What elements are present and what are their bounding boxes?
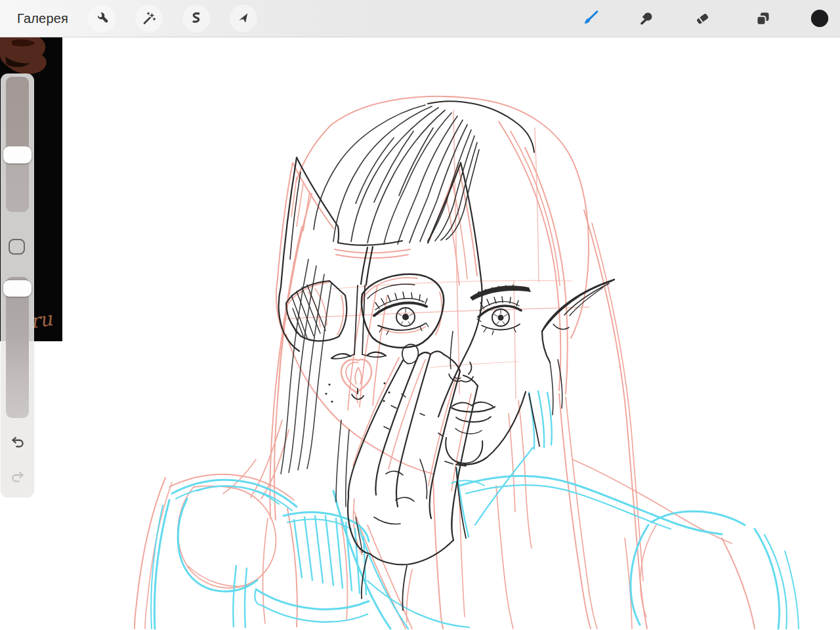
redo-icon <box>9 469 26 486</box>
paintbrush-icon <box>581 9 600 28</box>
eraser-icon <box>694 10 711 28</box>
magic-wand-icon <box>141 10 157 26</box>
wrench-icon <box>94 10 110 26</box>
opacity-handle[interactable] <box>3 280 32 297</box>
modify-button[interactable] <box>9 239 25 255</box>
color-swatch-button[interactable] <box>806 5 833 32</box>
layers-button[interactable] <box>749 5 776 32</box>
actions-button[interactable] <box>88 5 116 32</box>
brush-size-slider[interactable] <box>6 77 29 212</box>
cyan-construction-lines <box>151 391 799 629</box>
redo-button[interactable] <box>7 467 28 488</box>
selection-s-icon <box>188 10 204 26</box>
procreate-window: ru Галерея <box>0 0 840 630</box>
undo-button[interactable] <box>7 432 28 453</box>
top-toolbar: Галерея <box>0 0 840 37</box>
artwork-sketch <box>0 37 840 630</box>
drawing-canvas[interactable] <box>0 37 840 630</box>
smudge-tool-button[interactable] <box>633 5 660 32</box>
adjustments-button[interactable] <box>135 5 163 32</box>
undo-icon <box>9 434 26 451</box>
gallery-button[interactable]: Галерея <box>17 0 68 37</box>
layers-icon <box>754 10 772 28</box>
smudge-finger-icon <box>638 10 656 28</box>
ink-lines <box>279 101 614 610</box>
selection-button[interactable] <box>182 5 210 32</box>
erase-tool-button[interactable] <box>688 5 716 32</box>
brush-sidebar <box>1 74 34 497</box>
color-swatch-circle <box>810 9 830 28</box>
opacity-slider[interactable] <box>6 277 29 418</box>
transform-arrow-icon <box>236 10 251 26</box>
paint-tool-button[interactable] <box>577 5 604 32</box>
brush-size-handle[interactable] <box>3 146 32 163</box>
transform-button[interactable] <box>230 5 257 32</box>
